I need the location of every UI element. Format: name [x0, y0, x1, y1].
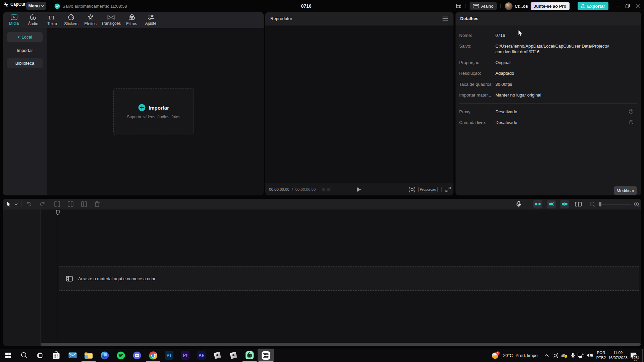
taskbar-app-microsoft-store[interactable]: [48, 349, 64, 362]
taskbar-app-after-effects[interactable]: Ae: [193, 349, 209, 362]
tab-stickers[interactable]: Stickers: [62, 12, 81, 28]
snapshot-icon[interactable]: [409, 187, 415, 192]
fullscreen-icon[interactable]: [445, 187, 451, 192]
frame-back-icon[interactable]: [321, 187, 325, 191]
media-content-area: Importar Suporta: vídeos, áudios, fotos: [47, 28, 264, 195]
minimize-button[interactable]: [612, 0, 623, 12]
taskbar-search-button[interactable]: [16, 349, 32, 362]
network-icon[interactable]: [578, 353, 584, 358]
tab-texto[interactable]: TI Texto: [43, 12, 62, 28]
spotify-icon: [117, 351, 125, 360]
shortcut-button[interactable]: Atalho: [470, 2, 497, 10]
detail-label: Taxa de quadros:: [459, 82, 495, 87]
main-track-magnet-icon[interactable]: [575, 201, 582, 207]
empty-track-dropzone[interactable]: Arraste o material aqui e comece a criar: [59, 266, 639, 291]
transitions-icon: [107, 15, 115, 20]
tab-audio[interactable]: Áudio: [23, 12, 43, 28]
tab-label: Efeitos: [84, 21, 97, 26]
taskbar-app-robot[interactable]: [241, 349, 258, 362]
detail-row-proxy: Proxy: Desativado ?: [459, 109, 638, 115]
linkage-toggle[interactable]: [547, 200, 556, 208]
detail-label: Importar mater...: [459, 93, 495, 98]
select-tool-icon[interactable]: [6, 201, 12, 207]
avatar[interactable]: [505, 2, 513, 10]
select-tool-caret-icon[interactable]: [14, 203, 18, 205]
sidebar-item-local[interactable]: Local: [7, 32, 43, 42]
timeline-zoom-slider-track[interactable]: [598, 204, 631, 204]
sidebar-item-importar[interactable]: Importar: [7, 46, 43, 55]
delete-left-icon[interactable]: [67, 201, 74, 207]
taskbar-app-chrome[interactable]: [145, 349, 161, 362]
weather-widget[interactable]: 1 20°C Pred. limpo: [491, 351, 538, 360]
preview-axis-toggle[interactable]: [560, 200, 569, 208]
taskbar-app-spotify[interactable]: [113, 349, 129, 362]
free-layer-help-icon[interactable]: ?: [629, 120, 633, 124]
action-center-button[interactable]: 23: [630, 349, 642, 362]
clock[interactable]: 11:09 16/07/2023: [608, 350, 628, 360]
join-pro-button[interactable]: Junte-se ao Pro: [531, 2, 570, 10]
frame-forward-icon[interactable]: [327, 187, 331, 191]
onedrive-warning-icon[interactable]: !: [561, 353, 568, 358]
taskbar-app-edge[interactable]: [97, 349, 113, 362]
detail-row-resolucao: Resolução: Adaptado: [459, 71, 638, 76]
join-pro-label: Junte-se ao Pro: [534, 4, 567, 9]
tab-efeitos[interactable]: Efeitos: [81, 12, 100, 28]
tab-midia[interactable]: Mídia: [4, 12, 23, 28]
autosave-text: Salvo automaticamente: 11:08:58: [62, 4, 127, 9]
undo-icon[interactable]: [26, 201, 32, 207]
taskbar-app-roblox-2[interactable]: [225, 349, 241, 362]
taskbar-app-premiere[interactable]: Pr: [177, 349, 193, 362]
player-menu-icon[interactable]: [442, 16, 448, 21]
timeline-body: Arraste o material aqui e comece a criar: [3, 209, 641, 346]
layout-switch-button[interactable]: [453, 0, 466, 12]
zoom-out-icon[interactable]: [590, 201, 595, 207]
timeline-scrollbar[interactable]: [41, 343, 641, 346]
tab-label: Stickers: [64, 21, 78, 26]
sidebar-item-biblioteca[interactable]: Biblioteca: [7, 58, 43, 68]
keyboard-icon: [473, 4, 479, 8]
import-dropzone[interactable]: Importar Suporta: vídeos, áudios, fotos: [113, 88, 194, 135]
details-panel: Detalhes Nome: 0716 Salvo: C:/Users/lenn…: [455, 12, 641, 195]
start-button[interactable]: [0, 349, 16, 362]
game-bar-icon[interactable]: [552, 353, 558, 358]
tab-filtros[interactable]: Filtros: [122, 12, 141, 28]
taskbar-app-photoshop[interactable]: Ps: [161, 349, 177, 362]
export-button[interactable]: Exportar: [578, 2, 608, 10]
play-button[interactable]: [357, 187, 361, 192]
taskbar-app-discord[interactable]: [129, 349, 145, 362]
proxy-help-icon[interactable]: ?: [629, 109, 633, 114]
player-viewport[interactable]: [265, 25, 453, 183]
tab-ajuste[interactable]: Ajuste: [141, 12, 160, 28]
redo-icon[interactable]: [40, 201, 45, 207]
record-voiceover-icon[interactable]: [516, 201, 521, 207]
ratio-button[interactable]: Proporção: [418, 187, 438, 192]
volume-icon[interactable]: [587, 353, 593, 358]
timeline-zoom-slider-handle[interactable]: [599, 202, 601, 206]
tray-chevron-up-icon[interactable]: [544, 354, 549, 357]
capcut-logo-icon: [3, 2, 9, 7]
task-view-button[interactable]: [32, 349, 48, 362]
taskbar-app-capcut[interactable]: [258, 349, 274, 362]
split-icon[interactable]: [54, 201, 60, 207]
delete-right-icon[interactable]: [81, 201, 87, 207]
close-button[interactable]: [633, 0, 643, 12]
username[interactable]: Cr...os: [515, 4, 528, 9]
taskbar-app-roblox[interactable]: [209, 349, 225, 362]
taskbar-app-file-explorer[interactable]: [80, 349, 97, 362]
export-icon: [581, 4, 585, 8]
tray-mic-icon[interactable]: [571, 353, 575, 358]
maximize-button[interactable]: [623, 0, 633, 12]
delete-icon[interactable]: [94, 201, 100, 207]
modify-button[interactable]: Modificar: [614, 186, 637, 195]
menu-button[interactable]: Menu: [26, 2, 46, 10]
track-header-column: [3, 209, 41, 346]
taskbar-app-mail[interactable]: [64, 349, 80, 362]
show-desktop-divider[interactable]: [642, 349, 643, 362]
zoom-in-icon[interactable]: [634, 201, 640, 207]
temperature: 20°C: [503, 353, 513, 358]
playhead-line[interactable]: [58, 215, 58, 341]
auto-snap-icon: [535, 202, 541, 206]
auto-snap-toggle[interactable]: [533, 200, 542, 208]
tab-transicoes[interactable]: Transições: [100, 12, 122, 28]
language-indicator[interactable]: POR PTB2: [596, 350, 606, 360]
